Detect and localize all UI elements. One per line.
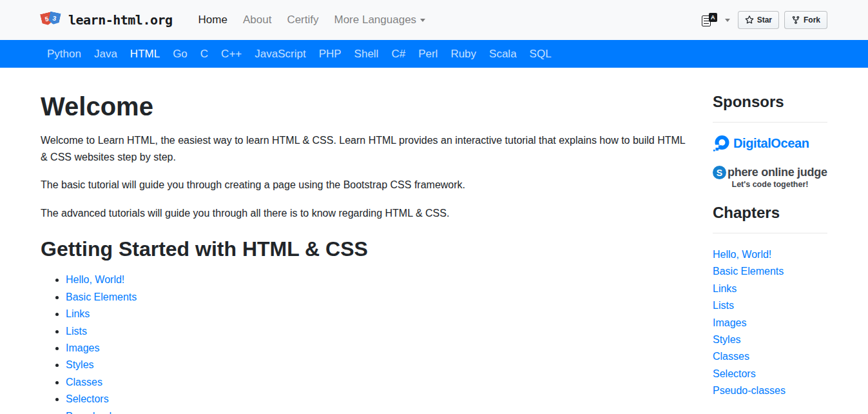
lang-item-python[interactable]: Python [41,40,88,68]
lang-item-csharp[interactable]: C# [385,40,412,68]
sidebar-link-selectors[interactable]: Selectors [713,366,827,382]
html5-css3-badges-icon: 5 3 [41,10,63,30]
sponsor-digitalocean[interactable]: DigitalOcean [713,135,827,152]
chapter-link-selectors[interactable]: Selectors [66,393,109,404]
list-item: Links [66,306,690,322]
list-item: Basic Elements [66,289,690,306]
spoj-s-badge-icon: S [713,166,726,179]
top-header: 5 3 learn-html.org Home About Certify Mo… [0,0,868,40]
nav-item-about[interactable]: About [235,14,279,26]
lang-item-javascript[interactable]: JavaScript [248,40,312,68]
chapters-title: Chapters [713,203,827,222]
lang-item-go[interactable]: Go [166,40,194,68]
lang-item-sql[interactable]: SQL [523,40,558,68]
section-title: Getting Started with HTML & CSS [41,237,690,261]
star-icon [745,15,754,25]
chapter-link-pseudo-classes[interactable]: Pseudo-classes [66,411,139,414]
lang-item-java[interactable]: Java [88,40,124,68]
divider [713,233,827,233]
main-column: Welcome Welcome to Learn HTML, the easie… [41,68,690,414]
list-item: Hello, World! [66,271,690,288]
intro-paragraph-3: The advanced tutorials will guide you th… [41,205,690,222]
top-nav: Home About Certify More Languages [191,14,434,26]
github-fork-button[interactable]: Fork [784,11,827,29]
brand-name[interactable]: learn-html.org [68,12,173,28]
chapter-link-styles[interactable]: Styles [66,359,94,370]
lang-item-shell[interactable]: Shell [348,40,385,68]
page-title: Welcome [41,92,690,121]
translate-icon: A [702,13,717,27]
nav-item-about-label: About [243,14,271,26]
chapter-link-hello-world[interactable]: Hello, World! [66,274,124,285]
sidebar-link-pseudo-classes[interactable]: Pseudo-classes [713,382,827,399]
chapter-list: Hello, World! Basic Elements Links Lists… [41,271,690,414]
sidebar-link-hello-world[interactable]: Hello, World! [713,246,827,263]
list-item: Selectors [66,391,690,408]
translate-dropdown[interactable]: A [702,13,730,27]
list-item: Styles [66,357,690,373]
lang-item-perl[interactable]: Perl [412,40,444,68]
sponsor-sphere-online-judge[interactable]: S phere online judge Let's code together… [713,166,827,189]
lang-item-cpp[interactable]: C++ [215,40,248,68]
chapter-link-images[interactable]: Images [66,342,99,353]
nav-item-more-languages-label: More Languages [334,14,417,26]
sidebar: Sponsors DigitalOcean S phere online jud… [713,68,827,414]
list-item: Pseudo-classes [66,408,690,414]
sidebar-link-links[interactable]: Links [713,281,827,297]
star-button-label: Star [757,15,772,25]
digitalocean-logo-icon [713,135,730,152]
nav-item-certify[interactable]: Certify [279,14,326,26]
lang-item-c[interactable]: C [194,40,215,68]
sidebar-link-classes[interactable]: Classes [713,348,827,365]
divider [713,122,827,123]
list-item: Images [66,340,690,357]
intro-paragraph-1: Welcome to Learn HTML, the easiest way t… [41,132,690,165]
brand[interactable]: 5 3 learn-html.org [41,10,173,30]
lang-item-html[interactable]: HTML [124,40,166,68]
spoj-logo-text: phere online judge [728,166,827,179]
chapter-link-lists[interactable]: Lists [66,326,87,337]
chapter-link-basic-elements[interactable]: Basic Elements [66,291,137,302]
chapter-link-links[interactable]: Links [66,308,90,319]
nav-item-more-languages[interactable]: More Languages [327,14,434,26]
caret-down-icon [725,19,730,22]
github-star-button[interactable]: Star [738,11,779,29]
nav-item-home-label: Home [198,14,227,26]
content: Welcome Welcome to Learn HTML, the easie… [0,68,868,414]
lang-item-php[interactable]: PHP [313,40,348,68]
nav-item-home[interactable]: Home [191,14,235,26]
chapter-link-classes[interactable]: Classes [66,377,102,388]
intro-paragraph-2: The basic tutorial will guide you throug… [41,177,690,193]
nav-item-certify-label: Certify [287,14,318,26]
lang-item-ruby[interactable]: Ruby [444,40,483,68]
sponsors-title: Sponsors [713,92,827,112]
sidebar-link-basic-elements[interactable]: Basic Elements [713,263,827,280]
list-item: Classes [66,374,690,391]
sidebar-link-lists[interactable]: Lists [713,297,827,314]
language-bar: Python Java HTML Go C C++ JavaScript PHP… [0,40,868,68]
list-item: Lists [66,323,690,340]
sidebar-link-images[interactable]: Images [713,315,827,331]
header-actions: A Star Fork [702,11,827,29]
git-fork-icon [791,15,800,25]
spoj-tagline: Let's code together! [713,180,827,189]
sidebar-chapter-links: Hello, World! Basic Elements Links Lists… [713,246,827,400]
fork-button-label: Fork [804,15,820,25]
lang-item-scala[interactable]: Scala [483,40,523,68]
digitalocean-logo-text: DigitalOcean [733,136,809,151]
sidebar-link-styles[interactable]: Styles [713,331,827,348]
caret-down-icon [420,19,425,22]
